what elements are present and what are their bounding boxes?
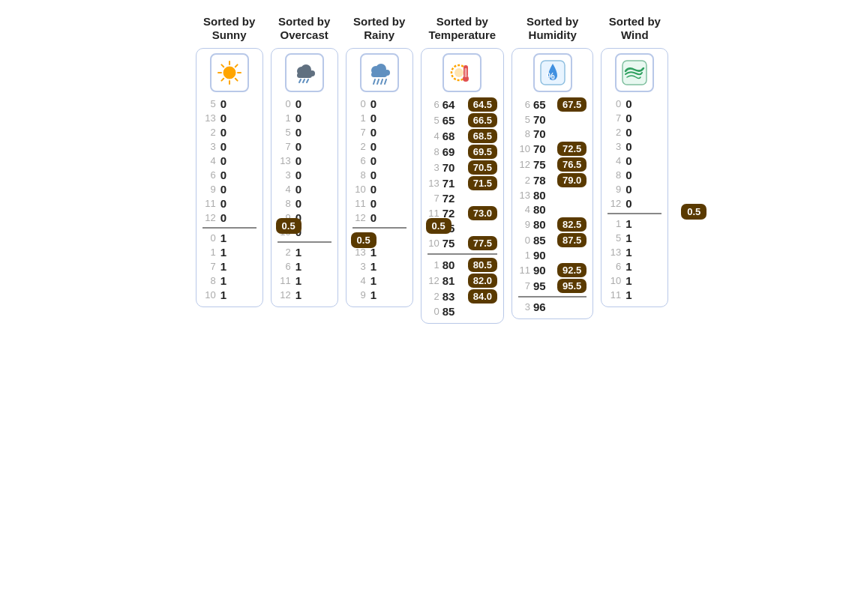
row-value: 1 <box>296 260 308 273</box>
row-value: 80 <box>533 189 553 202</box>
svg-line-2 <box>235 79 237 81</box>
svg-line-8 <box>235 64 237 67</box>
row-value: 0 <box>370 140 382 153</box>
row-index: 4 <box>202 155 216 166</box>
row-index: 11 <box>608 289 621 301</box>
table-row: 110 <box>352 196 406 211</box>
svg-rect-28 <box>465 68 467 77</box>
row-index: 10 <box>202 289 216 301</box>
row-index: 12 <box>608 198 621 209</box>
table-row: 772 <box>428 191 497 205</box>
row-index: 13 <box>608 247 621 258</box>
table-row: 81 <box>202 274 256 288</box>
row-badge: 67.5 <box>557 97 586 112</box>
row-value: 1 <box>220 260 232 273</box>
row-index: 1 <box>608 218 621 229</box>
row-index: 8 <box>608 169 621 181</box>
table-row: 90 <box>202 182 256 196</box>
row-index: 6 <box>608 261 621 272</box>
table-row: 66567.5 <box>518 97 586 112</box>
split-line: 0.5 <box>352 227 406 229</box>
row-badge: 73.0 <box>468 206 497 220</box>
row-value: 78 <box>533 174 553 187</box>
row-value: 1 <box>220 246 232 259</box>
overcast-split: 0.5 <box>278 239 332 245</box>
row-badge: 71.5 <box>468 176 497 190</box>
row-index: 1 <box>428 259 440 271</box>
row-index: 1 <box>352 112 366 124</box>
table-row: 60 <box>352 154 406 168</box>
row-index: 1 <box>202 247 216 258</box>
row-index: 9 <box>608 184 621 195</box>
overcast-box: 00105070130304080901000.52161111121 <box>271 48 338 307</box>
row-index: 2 <box>428 291 440 302</box>
row-index: 5 <box>518 114 530 125</box>
row-index: 2 <box>608 127 621 138</box>
sunny-split: 0.5Split Point <box>202 225 256 231</box>
table-row: 61 <box>608 259 662 274</box>
row-badge: 80.5 <box>468 258 497 272</box>
row-value: 0 <box>370 126 382 139</box>
row-value: 1 <box>220 232 232 244</box>
row-value: 75 <box>533 158 553 171</box>
humidity-icon: % <box>533 53 572 92</box>
table-row: 91 <box>352 288 406 302</box>
table-row: 10 <box>352 111 406 125</box>
row-badge: 69.5 <box>468 145 497 159</box>
table-row: 31 <box>352 259 406 274</box>
table-row: 46868.5 <box>428 128 497 144</box>
row-index: 10 <box>352 184 366 195</box>
row-index: 4 <box>428 130 440 142</box>
temperature-split <box>428 251 497 257</box>
row-badge: 82.0 <box>468 274 497 288</box>
overcast-title: Sorted by Overcast <box>278 15 330 42</box>
row-value: 68 <box>442 130 462 142</box>
svg-point-0 <box>224 67 236 79</box>
temperature-title: Sorted by Temperature <box>428 15 496 42</box>
row-value: 1 <box>626 232 638 244</box>
table-row: 20 <box>202 125 256 139</box>
row-index: 2 <box>352 141 366 152</box>
table-row: 00 <box>352 97 406 111</box>
row-value: 80 <box>442 259 462 271</box>
row-index: 0 <box>278 98 291 109</box>
table-row: 56566.5 <box>428 112 497 128</box>
row-value: 70 <box>442 161 462 174</box>
row-index: 2 <box>518 175 530 186</box>
row-index: 8 <box>278 198 291 209</box>
table-row: 100 <box>352 182 406 196</box>
row-index: 0 <box>428 306 440 317</box>
row-index: 3 <box>352 261 366 272</box>
row-index: 4 <box>278 184 291 195</box>
row-value: 1 <box>296 274 308 287</box>
row-value: 72 <box>442 192 462 205</box>
sunny-title: Sorted by Sunny <box>203 15 255 42</box>
table-row: 130 <box>202 111 256 125</box>
row-value: 1 <box>626 289 638 301</box>
row-value: 0 <box>296 183 308 196</box>
sunny-icon <box>210 53 249 92</box>
table-row: 18080.5 <box>428 257 497 273</box>
row-value: 0 <box>626 126 638 139</box>
table-row: 79595.5 <box>518 278 586 294</box>
split-line <box>428 253 497 255</box>
row-badge: 64.5 <box>468 97 497 112</box>
row-index: 9 <box>518 219 530 230</box>
row-value: 0 <box>220 169 232 181</box>
wind-box: 007020304080901200.5115113161101111 <box>601 48 668 307</box>
row-value: 70 <box>533 113 553 126</box>
svg-point-19 <box>384 70 390 76</box>
row-value: 0 <box>626 97 638 110</box>
row-index: 12 <box>428 275 440 286</box>
row-index: 6 <box>202 169 216 181</box>
table-row: 50 <box>202 97 256 111</box>
row-index: 12 <box>518 159 530 170</box>
row-index: 3 <box>428 162 440 173</box>
table-row: 70 <box>352 125 406 139</box>
rainy-box: 0010702060801001101200.551131314191 <box>346 48 413 307</box>
svg-point-12 <box>309 70 315 76</box>
table-row: 30 <box>608 139 662 154</box>
wind-split-badge: 0.5 <box>681 204 706 220</box>
row-index: 9 <box>352 289 366 301</box>
table-row: 120 <box>352 211 406 225</box>
